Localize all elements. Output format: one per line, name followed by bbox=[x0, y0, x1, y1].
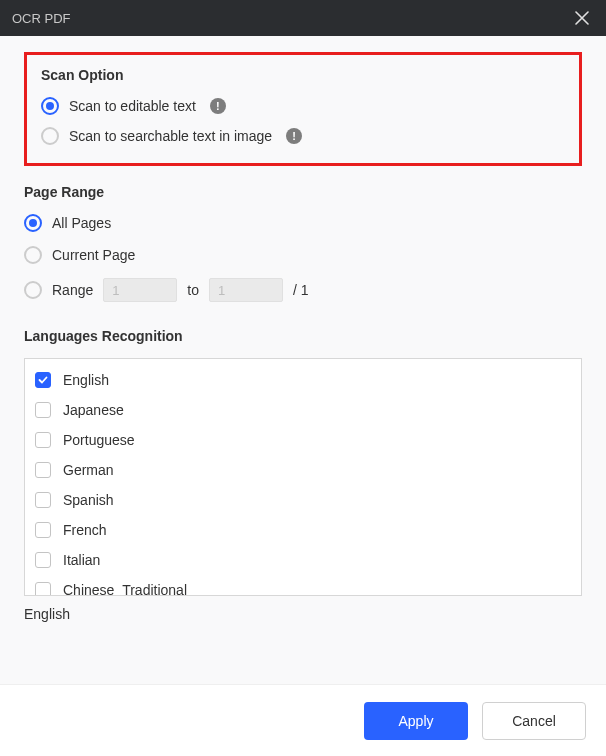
checkbox-icon bbox=[35, 582, 51, 595]
radio-icon bbox=[24, 246, 42, 264]
page-range-current[interactable]: Current Page bbox=[24, 246, 582, 264]
language-label: Japanese bbox=[63, 402, 124, 418]
list-item[interactable]: Italian bbox=[25, 545, 581, 575]
list-item[interactable]: Portuguese bbox=[25, 425, 581, 455]
scan-option-heading: Scan Option bbox=[41, 67, 565, 83]
languages-list[interactable]: English Japanese Portuguese German Spani bbox=[25, 359, 581, 595]
scan-option-searchable[interactable]: Scan to searchable text in image ! bbox=[41, 127, 565, 145]
checkbox-icon bbox=[35, 372, 51, 388]
list-item[interactable]: Japanese bbox=[25, 395, 581, 425]
info-icon[interactable]: ! bbox=[286, 128, 302, 144]
apply-button[interactable]: Apply bbox=[364, 702, 468, 740]
scan-option-label: Scan to editable text bbox=[69, 98, 196, 114]
radio-icon bbox=[24, 281, 42, 299]
list-item[interactable]: English bbox=[25, 365, 581, 395]
radio-icon bbox=[41, 127, 59, 145]
language-label: English bbox=[63, 372, 109, 388]
languages-heading: Languages Recognition bbox=[24, 328, 582, 344]
dialog-footer: Apply Cancel bbox=[0, 684, 606, 756]
range-to-label: to bbox=[187, 282, 199, 298]
list-item[interactable]: Chinese_Traditional bbox=[25, 575, 581, 595]
close-icon[interactable] bbox=[570, 6, 594, 30]
language-label: German bbox=[63, 462, 114, 478]
language-label: Portuguese bbox=[63, 432, 135, 448]
selected-languages-summary: English bbox=[24, 606, 582, 622]
range-to-input[interactable] bbox=[209, 278, 283, 302]
page-range-label: Range bbox=[52, 282, 93, 298]
dialog-content: Scan Option Scan to editable text ! Scan… bbox=[0, 36, 606, 684]
range-total-label: / 1 bbox=[293, 282, 309, 298]
language-label: Spanish bbox=[63, 492, 114, 508]
scan-option-label: Scan to searchable text in image bbox=[69, 128, 272, 144]
checkbox-icon bbox=[35, 522, 51, 538]
checkbox-icon bbox=[35, 492, 51, 508]
language-label: French bbox=[63, 522, 107, 538]
checkbox-icon bbox=[35, 462, 51, 478]
list-item[interactable]: French bbox=[25, 515, 581, 545]
titlebar: OCR PDF bbox=[0, 0, 606, 36]
page-range-label: Current Page bbox=[52, 247, 135, 263]
checkbox-icon bbox=[35, 552, 51, 568]
info-icon[interactable]: ! bbox=[210, 98, 226, 114]
range-from-input[interactable] bbox=[103, 278, 177, 302]
list-item[interactable]: Spanish bbox=[25, 485, 581, 515]
checkbox-icon bbox=[35, 402, 51, 418]
radio-icon bbox=[41, 97, 59, 115]
page-range-heading: Page Range bbox=[24, 184, 582, 200]
cancel-button[interactable]: Cancel bbox=[482, 702, 586, 740]
languages-listbox: English Japanese Portuguese German Spani bbox=[24, 358, 582, 596]
language-label: Italian bbox=[63, 552, 100, 568]
radio-icon bbox=[24, 214, 42, 232]
page-range-all[interactable]: All Pages bbox=[24, 214, 582, 232]
checkbox-icon bbox=[35, 432, 51, 448]
scan-option-editable[interactable]: Scan to editable text ! bbox=[41, 97, 565, 115]
language-label: Chinese_Traditional bbox=[63, 582, 187, 595]
page-range-section: Page Range All Pages Current Page Range … bbox=[24, 184, 582, 302]
languages-section: Languages Recognition English Japanese P… bbox=[24, 328, 582, 622]
list-item[interactable]: German bbox=[25, 455, 581, 485]
window-title: OCR PDF bbox=[12, 11, 71, 26]
scan-option-highlight: Scan Option Scan to editable text ! Scan… bbox=[24, 52, 582, 166]
page-range-label: All Pages bbox=[52, 215, 111, 231]
page-range-range[interactable]: Range to / 1 bbox=[24, 278, 582, 302]
